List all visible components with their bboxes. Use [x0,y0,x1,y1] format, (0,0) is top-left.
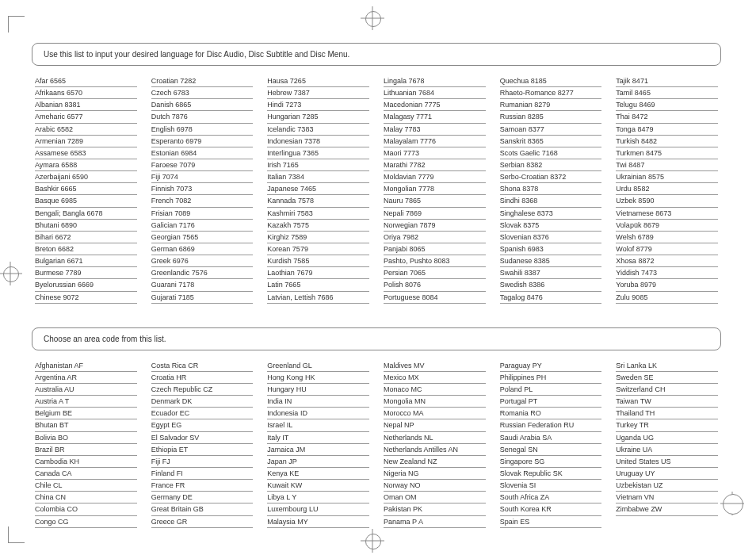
table-row: Philippines PH [500,372,602,384]
area-entry: Sweden SE [616,373,653,382]
language-entry: Norwegian 7879 [384,220,436,230]
table-row: Costa Rica CR [151,360,254,372]
area-entry: France FR [151,481,185,490]
area-entry: Slovenia SI [500,481,536,490]
table-row: Serbo-Croatian 8372 [500,171,602,183]
table-row: Sri Lanka LK [616,360,718,372]
section-header: Choose an area code from this list. [32,327,721,350]
language-entry: Oriya 7982 [384,232,418,242]
table-row: Byelorussian 6669 [35,279,137,291]
area-entry: Ethiopia ET [151,445,189,454]
language-entry: Slovak 8375 [500,220,540,230]
table-row: Hungarian 7285 [267,111,369,123]
area-entry: Chile CL [35,481,63,490]
area-entry: Argentina AR [35,373,77,382]
table-row: Latin 7665 [267,279,369,291]
area-entry: Sri Lanka LK [616,361,657,370]
language-entry: Rhaeto-Romance 8277 [500,88,574,98]
area-entry: Czech Republic CZ [151,385,213,394]
area-entry: Pakistan PK [384,504,422,514]
table-row: Vietnamese 8673 [616,208,718,220]
area-entry: Italy IT [267,433,288,442]
language-entry: Albanian 8381 [35,100,81,109]
table-row: Albanian 8381 [35,99,137,111]
language-code-table: Afar 6565Afrikaans 6570Albanian 8381Ameh… [32,75,721,304]
area-entry: China CN [35,492,66,502]
table-row: Czech 6783 [151,87,254,99]
language-entry: German 6869 [151,244,195,254]
language-entry: Telugu 8469 [616,100,655,109]
table-row: Japan JP [267,456,369,468]
area-entry: Uganda UG [616,433,654,442]
table-row: Zulu 9085 [616,292,718,304]
table-row: Thailand TH [616,408,718,419]
language-entry: Guarani 7178 [151,280,195,289]
area-entry: Paraguay PY [500,361,542,370]
table-row: Malaysia MY [267,516,369,528]
table-row: Oriya 7982 [384,232,486,243]
area-entry: Zimbabwe ZW [616,504,662,514]
language-entry: Zulu 9085 [616,293,647,302]
area-entry: Oman OM [384,492,417,502]
language-entry: Lithuanian 7684 [384,88,434,98]
area-entry: Luxembourg LU [267,504,318,514]
area-entry: Singapore SG [500,457,545,466]
language-entry: Tajik 8471 [616,76,648,86]
table-row: Ukrainian 8575 [616,171,718,183]
language-entry: Lingala 7678 [384,76,425,86]
table-row: Bhutan BT [35,419,137,431]
table-row: Armenian 7289 [35,136,137,147]
table-row: Ameharic 6577 [35,111,137,123]
table-row: Irish 7165 [267,159,369,171]
table-row: Hungary HU [267,384,369,396]
language-entry: Volapük 8679 [616,220,659,230]
table-row: Italian 7384 [267,171,369,183]
table-row: Serbian 8382 [500,159,602,171]
language-entry: Mongolian 7778 [384,184,434,193]
area-entry: Panama P A [384,517,423,526]
table-column: Tajik 8471Tamil 8465Telugu 8469Thai 8472… [616,75,718,304]
language-entry: Slovenian 8376 [500,232,549,242]
language-entry: Indonesian 7378 [267,136,320,146]
table-row: Greece GR [151,516,254,528]
section-header-text: Choose an area code from this list. [32,327,721,350]
table-row: Chile CL [35,480,137,492]
language-entry: Singhalese 8373 [500,209,553,218]
table-row: Luxembourg LU [267,503,369,515]
table-row: Norwegian 7879 [384,220,486,232]
language-entry: Interlingua 7365 [267,148,319,158]
table-row: Breton 6682 [35,243,137,255]
language-entry: Sudanese 8385 [500,256,550,266]
area-entry: United States US [616,457,670,466]
area-entry: Hungary HU [267,385,307,394]
table-row: Ecuador EC [151,408,254,419]
table-row: Russian Federation RU [500,419,602,431]
area-entry: Maldives MV [384,361,425,370]
language-entry: Yoruba 8979 [616,280,656,289]
language-entry: Ukrainian 8575 [616,172,664,182]
area-entry: India IN [267,396,292,406]
language-entry: Welsh 6789 [616,232,653,242]
table-row: Kenya KE [267,468,369,480]
language-entry: Afar 6565 [35,76,66,86]
table-row: Panjabi 8065 [384,243,486,255]
language-entry: Urdu 8582 [616,184,649,193]
table-row: Mexico MX [384,372,486,384]
table-row: Nigeria NG [384,468,486,480]
table-row: Rumanian 8279 [500,99,602,111]
table-row: Australia AU [35,384,137,396]
language-entry: Swahili 8387 [500,268,540,278]
table-row: Arabic 6582 [35,124,137,136]
table-row: Israel IL [267,419,369,431]
table-row: Urdu 8582 [616,183,718,195]
language-entry: Georgian 7565 [151,232,199,242]
area-entry: El Salvador SV [151,433,200,442]
language-entry: Sindhi 8368 [500,196,538,205]
table-row: Greenland GL [267,360,369,372]
table-row: Netherlands NL [384,432,486,444]
table-row: India IN [267,396,369,408]
table-row: Norway NO [384,480,486,492]
area-entry: Costa Rica CR [151,361,199,370]
language-entry: Marathi 7782 [384,160,426,170]
table-row: Chinese 9072 [35,292,137,304]
